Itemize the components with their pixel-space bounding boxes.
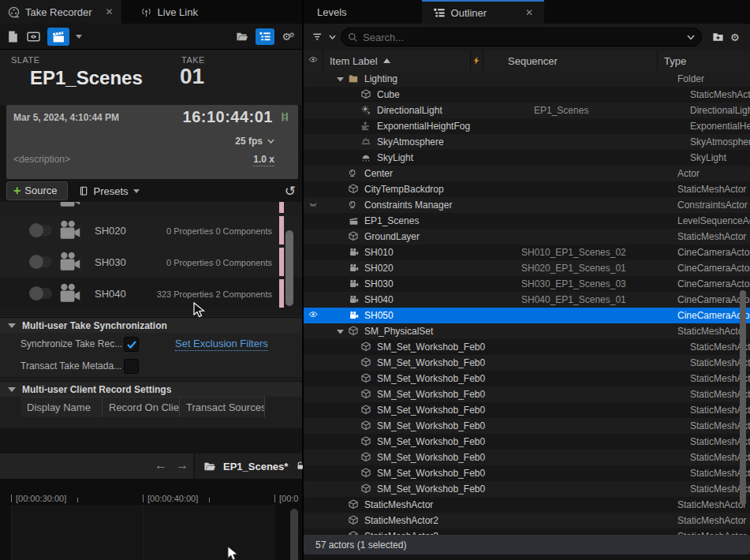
- transact-metadata-checkbox[interactable]: [124, 359, 139, 374]
- outliner-row-lighting[interactable]: LightingFolder: [304, 71, 750, 87]
- outliner-row-exponentialheightfog[interactable]: ExponentialHeightFogExponentialHeightFog: [304, 118, 750, 134]
- outliner-row-center[interactable]: CenterActor: [304, 166, 750, 181]
- sequencer-binding: EP1_Scenes: [497, 105, 684, 116]
- take-value[interactable]: 01: [180, 64, 204, 89]
- source-row-partial[interactable]: [0, 202, 302, 214]
- settings-gears-icon[interactable]: ⚙⚙: [281, 30, 296, 43]
- visibility-column-header[interactable]: [304, 50, 323, 71]
- slate-mode-button[interactable]: [47, 28, 69, 46]
- outliner-row-sm-set-workshob-feb0[interactable]: SM_Set_Workshob_Feb0StaticMeshActor: [304, 339, 750, 355]
- tab-take-recorder[interactable]: Take Recorder ✕: [0, 0, 121, 24]
- expander-arrow-icon[interactable]: [337, 329, 346, 334]
- revert-changes-icon[interactable]: ↺: [285, 185, 296, 198]
- search-options-chevron-icon[interactable]: [687, 35, 695, 40]
- expander-arrow-icon[interactable]: [337, 77, 346, 82]
- outliner-row-sm-set-workshob-feb0[interactable]: SM_Set_Workshob_Feb0StaticMeshActor: [304, 465, 750, 481]
- outliner-row-sm-set-workshob-feb0[interactable]: SM_Set_Workshob_Feb0StaticMeshActor: [304, 402, 750, 418]
- slate-value[interactable]: EP1_Scenes: [30, 67, 143, 89]
- actor-type: StaticMeshActor: [684, 89, 750, 100]
- filter-dropdown-icon[interactable]: [329, 35, 336, 39]
- outliner-row-skyatmosphere[interactable]: SkyAtmosphereSkyAtmosphere: [304, 134, 750, 150]
- source-row[interactable]: SH040323 Properties 2 Components: [0, 278, 302, 309]
- outliner-row-sm-physicalset[interactable]: SM_PhysicalSetStaticMeshActor: [304, 323, 750, 339]
- source-enabled-toggle[interactable]: [30, 256, 52, 267]
- outliner-row-sh050[interactable]: SH050CineCameraActor: [304, 308, 750, 323]
- timeline-scrollbar[interactable]: [290, 509, 298, 560]
- add-source-button[interactable]: + Source: [6, 181, 68, 200]
- add-folder-icon[interactable]: [711, 32, 725, 43]
- sync-take-checkbox[interactable]: [124, 337, 139, 352]
- outliner-row-sh030[interactable]: SH030SH030_EP1_Scenes_03CineCameraActor: [304, 276, 750, 292]
- frame-rate-dropdown[interactable]: 25 fps: [235, 136, 274, 147]
- play-rate-field[interactable]: 1.0 x: [253, 154, 274, 166]
- outliner-row-sm-set-workshob-feb0[interactable]: SM_Set_Workshob_Feb0StaticMeshActor: [304, 434, 750, 450]
- source-list-scrollbar[interactable]: [285, 230, 293, 306]
- fog-icon: [360, 121, 372, 132]
- tab-levels[interactable]: Levels: [304, 0, 355, 24]
- close-icon[interactable]: ✕: [525, 7, 533, 18]
- table-column-header[interactable]: Display Name: [21, 397, 103, 417]
- outliner-row-groundlayer[interactable]: GroundLayerStaticMeshActor: [304, 229, 750, 245]
- eye-closed-icon[interactable]: [304, 201, 323, 210]
- current-sequence-breadcrumb[interactable]: EP1_Scenes*: [193, 454, 302, 479]
- timeline-ruler[interactable]: [00:00:30:00][00:00:40:00][00:0: [0, 479, 302, 560]
- table-column-header[interactable]: Transact Sources: [180, 397, 265, 417]
- actor-type: SkyAtmosphere: [684, 136, 750, 147]
- tab-label: Outliner: [451, 7, 487, 19]
- cine-camera-icon: [57, 282, 80, 304]
- close-icon[interactable]: ✕: [106, 6, 114, 17]
- outliner-row-sm-set-workshob-feb0[interactable]: SM_Set_Workshob_Feb0StaticMeshActor: [304, 481, 750, 497]
- tab-live-link[interactable]: Live Link: [132, 0, 206, 24]
- item-label-column-header[interactable]: Item Label: [323, 50, 471, 71]
- outliner-row-directionallight[interactable]: DirectionalLightEP1_ScenesDirectionalLig…: [304, 103, 750, 118]
- show-sequence-button[interactable]: [256, 28, 274, 45]
- new-take-button[interactable]: [6, 30, 20, 43]
- eye-open-icon[interactable]: [304, 311, 323, 320]
- slate-label: SLATE: [11, 55, 40, 65]
- filter-funnel-icon[interactable]: [312, 32, 324, 43]
- outliner-row-sh020[interactable]: SH020SH020_EP1_Scenes_01CineCameraActor: [304, 260, 750, 276]
- outliner-row-sm-set-workshob-feb0[interactable]: SM_Set_Workshob_Feb0StaticMeshActor: [304, 371, 750, 386]
- type-column-header[interactable]: Type: [658, 50, 742, 71]
- dirlight-icon: [360, 105, 372, 116]
- outliner-row-constraints-manager[interactable]: Constraints ManagerConstraintsActor: [304, 197, 750, 213]
- folder-icon: [348, 74, 360, 84]
- outliner-row-staticmeshactor2[interactable]: StaticMeshActor2StaticMeshActor: [304, 513, 750, 528]
- outliner-row-cube[interactable]: CubeStaticMeshActor: [304, 87, 750, 103]
- tab-outliner[interactable]: Outliner ✕: [422, 0, 545, 24]
- search-input[interactable]: Search...: [341, 28, 702, 47]
- outliner-scrollbar[interactable]: [740, 290, 746, 505]
- nav-forward-arrow[interactable]: →: [176, 458, 188, 472]
- sequencer-bind-column-header[interactable]: [471, 50, 483, 71]
- table-column-header[interactable]: Record On Client: [103, 397, 180, 417]
- browse-takes-button[interactable]: [235, 31, 249, 43]
- presets-button[interactable]: Presets: [79, 185, 140, 197]
- set-exclusion-filters-link[interactable]: Set Exclusion Filters: [175, 338, 268, 351]
- outliner-row-sm-set-workshob-feb0[interactable]: SM_Set_Workshob_Feb0StaticMeshActor: [304, 386, 750, 402]
- outliner-row-staticmeshactor3[interactable]: StaticMeshActor3StaticMeshActor: [304, 528, 750, 535]
- sequencer-column-header[interactable]: Sequencer: [483, 50, 658, 71]
- outliner-row-citytempbackdrop[interactable]: CityTempBackdropStaticMeshActor: [304, 181, 750, 197]
- outliner-row-ep1-scenes[interactable]: EP1_ScenesLevelSequenceActor: [304, 213, 750, 229]
- source-row[interactable]: SH0200 Properties 0 Components: [0, 215, 302, 246]
- review-recording-button[interactable]: [26, 30, 41, 43]
- multiuser-client-header[interactable]: Multi-user Client Record Settings: [0, 381, 302, 397]
- outliner-row-sm-set-workshob-feb0[interactable]: SM_Set_Workshob_Feb0StaticMeshActor: [304, 355, 750, 371]
- description-field[interactable]: <description>: [13, 154, 70, 165]
- outliner-row-skylight[interactable]: SkyLightSkyLight: [304, 150, 750, 166]
- nav-back-arrow[interactable]: ←: [155, 458, 167, 472]
- outliner-settings-gear-icon[interactable]: ⚙: [729, 31, 742, 43]
- multiuser-sync-header[interactable]: Multi-user Take Synchronization: [0, 317, 302, 333]
- source-enabled-toggle[interactable]: [30, 225, 52, 236]
- outliner-row-sm-set-workshob-feb0[interactable]: SM_Set_Workshob_Feb0StaticMeshActor: [304, 450, 750, 465]
- outliner-row-sh010[interactable]: SH010SH010_EP1_Scenes_02CineCameraActor: [304, 245, 750, 260]
- outliner-row-sh040[interactable]: SH040SH040_EP1_Scenes_01CineCameraActor: [304, 292, 750, 308]
- source-enabled-toggle[interactable]: [30, 288, 52, 299]
- slate-mode-dropdown-icon[interactable]: [76, 35, 82, 39]
- source-row[interactable]: SH0300 Properties 0 Components: [0, 246, 302, 278]
- outliner-row-staticmeshactor[interactable]: StaticMeshActorStaticMeshActor: [304, 497, 750, 513]
- source-properties-count: 0 Properties 0 Components: [166, 226, 272, 236]
- actor-type: ConstraintsActor: [671, 200, 750, 211]
- outliner-row-sm-set-workshob-feb0[interactable]: SM_Set_Workshob_Feb0StaticMeshActor: [304, 418, 750, 434]
- transact-metadata-label: Transact Take Metada...: [21, 360, 121, 371]
